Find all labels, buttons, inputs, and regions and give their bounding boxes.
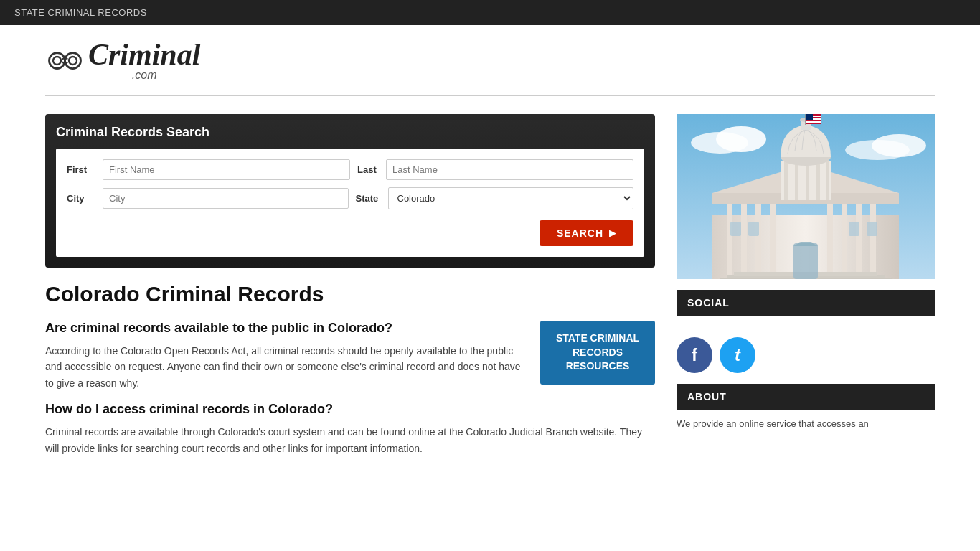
svg-rect-11 xyxy=(727,200,732,279)
section2-body: Criminal records are available through C… xyxy=(45,424,655,456)
svg-rect-39 xyxy=(730,222,741,236)
svg-rect-16 xyxy=(842,200,847,279)
svg-rect-42 xyxy=(867,222,877,236)
svg-rect-35 xyxy=(806,114,813,120)
svg-rect-13 xyxy=(755,200,761,279)
topbar: STATE CRIMINAL RECORDS xyxy=(0,0,980,25)
logo-dotcom: .com xyxy=(88,70,200,81)
logo-container[interactable]: Criminal .com xyxy=(45,39,935,81)
facebook-icon[interactable]: f xyxy=(677,337,712,373)
svg-rect-12 xyxy=(741,200,747,279)
state-resources-button[interactable]: STATE CRIMINAL RECORDS RESOURCES xyxy=(540,321,655,385)
search-box: Criminal Records Search First Last City … xyxy=(45,114,655,268)
svg-rect-34 xyxy=(806,121,821,123)
svg-point-3 xyxy=(69,57,77,65)
search-title: Criminal Records Search xyxy=(56,125,644,140)
facebook-label: f xyxy=(692,345,697,365)
svg-rect-14 xyxy=(770,200,776,279)
svg-point-2 xyxy=(65,52,81,68)
about-section-header: ABOUT xyxy=(677,384,935,410)
first-name-row: First Last xyxy=(67,159,633,180)
main-divider xyxy=(45,95,935,96)
section2-heading: How do I access criminal records in Colo… xyxy=(45,402,655,417)
svg-rect-41 xyxy=(849,222,859,236)
svg-point-7 xyxy=(716,126,766,152)
svg-point-9 xyxy=(872,134,926,157)
logo-criminal: Criminal xyxy=(88,39,200,70)
svg-point-1 xyxy=(53,57,61,65)
about-text: We provide an online service that access… xyxy=(677,417,935,432)
capitol-image xyxy=(677,114,935,279)
twitter-icon[interactable]: t xyxy=(720,337,755,373)
main-content: Criminal Records Search First Last City … xyxy=(45,114,655,467)
last-label: Last xyxy=(357,164,379,175)
twitter-label: t xyxy=(735,345,740,365)
handcuffs-icon xyxy=(45,41,85,80)
search-button[interactable]: SEARCH ▶ xyxy=(540,220,633,246)
topbar-label: STATE CRIMINAL RECORDS xyxy=(14,7,147,18)
svg-point-0 xyxy=(50,52,65,68)
social-icons: f t xyxy=(677,326,935,384)
svg-rect-40 xyxy=(748,222,759,236)
first-name-input[interactable] xyxy=(103,159,350,180)
city-state-row: City State Colorado Alabama Alaska Arizo… xyxy=(67,187,633,209)
logo-text: Criminal .com xyxy=(88,39,200,81)
logo-area: Criminal .com xyxy=(45,25,935,92)
page-title: Colorado Criminal Records xyxy=(45,282,655,306)
search-arrow-icon: ▶ xyxy=(609,228,616,238)
svg-rect-43 xyxy=(793,243,818,279)
search-button-row: SEARCH ▶ xyxy=(67,217,633,246)
svg-rect-17 xyxy=(856,200,862,279)
svg-rect-22 xyxy=(784,157,788,200)
last-name-input[interactable] xyxy=(386,159,633,180)
sidebar: SOCIAL f t ABOUT We provide an online se… xyxy=(677,114,935,432)
svg-rect-18 xyxy=(870,200,876,279)
first-label: First xyxy=(67,164,95,175)
city-label: City xyxy=(67,193,95,204)
search-form: First Last City State Colorado Alabama A… xyxy=(56,149,644,257)
search-button-label: SEARCH xyxy=(557,227,603,239)
article-content: STATE CRIMINAL RECORDS RESOURCES Are cri… xyxy=(45,321,655,456)
section-2: How do I access criminal records in Colo… xyxy=(45,402,655,456)
city-input[interactable] xyxy=(103,188,349,209)
svg-rect-26 xyxy=(826,157,829,200)
svg-rect-15 xyxy=(827,200,833,279)
state-select[interactable]: Colorado Alabama Alaska Arizona Arkansas… xyxy=(388,187,634,209)
state-label: State xyxy=(356,193,381,204)
social-section-header: SOCIAL xyxy=(677,290,935,316)
